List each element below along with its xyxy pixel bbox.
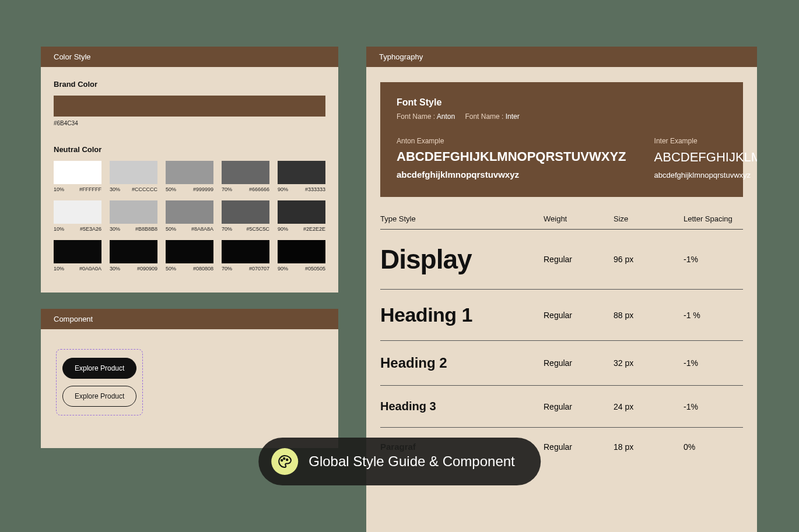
type-size: 88 px bbox=[614, 311, 684, 320]
swatch-row: 10%#0A0A0A30%#09090950%#08080870%#070707… bbox=[54, 240, 325, 272]
swatch-meta: 10%#0A0A0A bbox=[54, 266, 101, 272]
svg-point-1 bbox=[283, 458, 285, 459]
swatch-hex: #080808 bbox=[193, 266, 213, 272]
component-frame: Explore Product Explore Product bbox=[56, 349, 143, 415]
font-style-card: Font Style Font Name : Anton Font Name :… bbox=[380, 82, 743, 197]
swatch-pct: 10% bbox=[54, 266, 64, 272]
type-spacing: 0% bbox=[684, 442, 754, 452]
swatch-pct: 90% bbox=[278, 266, 288, 272]
type-spacing: -1 % bbox=[684, 311, 754, 320]
th-type: Type Style bbox=[380, 214, 544, 223]
font-name-2: Inter bbox=[506, 112, 520, 121]
color-swatch bbox=[110, 200, 157, 224]
th-weight: Weight bbox=[544, 214, 614, 223]
type-sample: Heading 1 bbox=[380, 304, 544, 326]
color-swatch bbox=[110, 161, 157, 184]
swatch-meta: 10%#FFFFFF bbox=[54, 186, 101, 192]
swatch-meta: 30%#090909 bbox=[110, 266, 157, 272]
color-swatch bbox=[54, 240, 101, 263]
anton-upper: ABCDEFGHIJKLMNOPQRSTUVWXYZ bbox=[397, 150, 626, 164]
type-size: 32 px bbox=[614, 358, 684, 368]
color-swatch bbox=[222, 200, 269, 224]
swatch-cell: 10%#0A0A0A bbox=[54, 240, 101, 272]
color-swatch bbox=[278, 240, 325, 263]
swatch-cell: 10%#FFFFFF bbox=[54, 161, 101, 192]
type-size: 18 px bbox=[614, 442, 684, 452]
type-spacing: -1% bbox=[684, 358, 754, 368]
color-swatch bbox=[166, 240, 213, 263]
swatch-pct: 50% bbox=[166, 266, 176, 272]
swatch-hex: #5E3A26 bbox=[80, 226, 101, 232]
swatch-cell: 70%#5C5C5C bbox=[222, 200, 269, 232]
swatch-meta: 90%#333333 bbox=[278, 186, 325, 192]
color-swatch bbox=[110, 240, 157, 263]
swatch-cell: 50%#080808 bbox=[166, 240, 213, 272]
explore-product-button-solid[interactable]: Explore Product bbox=[62, 358, 136, 379]
swatch-cell: 10%#5E3A26 bbox=[54, 200, 101, 232]
swatch-meta: 30%#CCCCCC bbox=[110, 186, 157, 192]
swatch-pct: 30% bbox=[110, 186, 120, 192]
type-size: 96 px bbox=[614, 255, 684, 264]
swatch-hex: #999999 bbox=[193, 186, 213, 192]
font-name-label-1: Font Name : bbox=[397, 112, 435, 121]
brand-color-swatch bbox=[54, 96, 325, 117]
swatch-meta: 50%#999999 bbox=[166, 186, 213, 192]
font-names: Font Name : Anton Font Name : Inter bbox=[397, 112, 727, 121]
swatch-cell: 90%#050505 bbox=[278, 240, 325, 272]
inter-example-label: Inter Example bbox=[654, 137, 757, 145]
swatch-pct: 70% bbox=[222, 186, 232, 192]
swatch-hex: #0A0A0A bbox=[79, 266, 101, 272]
swatch-hex: #8A8A8A bbox=[191, 226, 213, 232]
type-size: 24 px bbox=[614, 402, 684, 411]
swatch-hex: #5C5C5C bbox=[246, 226, 269, 232]
overlay-title: Global Style Guide & Component bbox=[309, 453, 515, 470]
swatch-pct: 10% bbox=[54, 186, 64, 192]
swatch-hex: #333333 bbox=[305, 186, 325, 192]
explore-product-button-ghost[interactable]: Explore Product bbox=[62, 386, 136, 407]
swatch-meta: 70%#666666 bbox=[222, 186, 269, 192]
inter-lower: abcdefghijklmnopqrstuvwxyz bbox=[654, 171, 757, 179]
swatch-pct: 50% bbox=[166, 226, 176, 232]
swatch-pct: 30% bbox=[110, 226, 120, 232]
swatch-cell: 50%#8A8A8A bbox=[166, 200, 213, 232]
swatch-row: 10%#FFFFFF30%#CCCCCC50%#99999970%#666666… bbox=[54, 161, 325, 192]
swatch-meta: 70%#5C5C5C bbox=[222, 226, 269, 232]
type-spacing: -1% bbox=[684, 255, 754, 264]
type-weight: Regular bbox=[544, 358, 614, 368]
type-spacing: -1% bbox=[684, 402, 754, 411]
overlay-badge: Global Style Guide & Component bbox=[258, 438, 541, 485]
brand-color-label: Brand Color bbox=[54, 80, 325, 89]
swatch-cell: 30%#CCCCCC bbox=[110, 161, 157, 192]
swatch-cell: 70%#070707 bbox=[222, 240, 269, 272]
anton-example-label: Anton Example bbox=[397, 137, 626, 145]
neutral-section: Neutral Color 10%#FFFFFF30%#CCCCCC50%#99… bbox=[54, 145, 325, 272]
anton-lower: abcdefghijklmnopqrstuvwxyz bbox=[397, 170, 626, 179]
type-sample: Heading 3 bbox=[380, 400, 544, 413]
swatch-pct: 90% bbox=[278, 186, 288, 192]
swatch-pct: 50% bbox=[166, 186, 176, 192]
type-rows: DisplayRegular96 px-1%Heading 1Regular88… bbox=[380, 230, 743, 466]
font-style-label: Font Style bbox=[397, 97, 727, 108]
color-style-body: Brand Color #6B4C34 Neutral Color 10%#FF… bbox=[41, 67, 338, 293]
inter-upper: ABCDEFGHIJKLMNOPQRSTUVWXYZ bbox=[654, 150, 757, 165]
swatch-hex: #666666 bbox=[249, 186, 269, 192]
type-sample: Display bbox=[380, 244, 544, 275]
palette-icon bbox=[271, 448, 298, 475]
type-weight: Regular bbox=[544, 311, 614, 320]
color-swatch bbox=[166, 161, 213, 184]
type-weight: Regular bbox=[544, 402, 614, 411]
swatch-meta: 90%#2E2E2E bbox=[278, 226, 325, 232]
swatch-pct: 10% bbox=[54, 226, 64, 232]
color-style-header: Color Style bbox=[41, 47, 338, 67]
type-table-head: Type Style Weight Size Letter Spacing bbox=[380, 209, 743, 230]
font-name-1: Anton bbox=[437, 112, 455, 121]
svg-point-0 bbox=[281, 460, 282, 461]
color-swatch bbox=[166, 200, 213, 224]
swatch-meta: 30%#B8B8B8 bbox=[110, 226, 157, 232]
swatch-row: 10%#5E3A2630%#B8B8B850%#8A8A8A70%#5C5C5C… bbox=[54, 200, 325, 232]
swatch-cell: 30%#090909 bbox=[110, 240, 157, 272]
swatch-cell: 50%#999999 bbox=[166, 161, 213, 192]
color-swatch bbox=[222, 161, 269, 184]
swatch-cell: 90%#333333 bbox=[278, 161, 325, 192]
component-header: Component bbox=[41, 309, 338, 329]
